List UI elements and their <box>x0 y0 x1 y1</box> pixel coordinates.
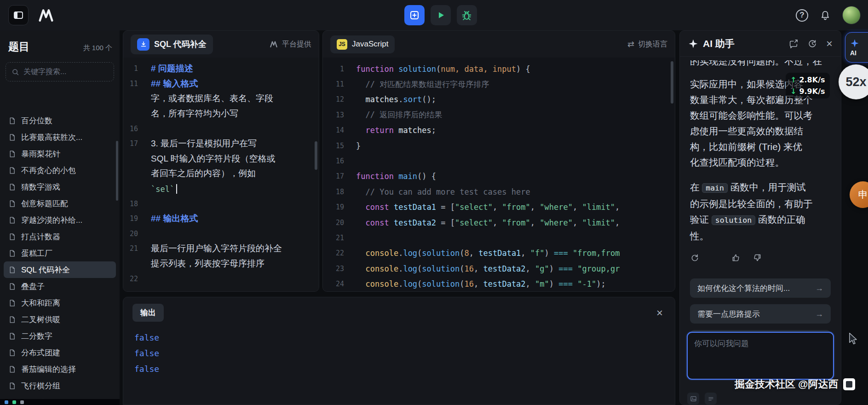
line-number: 20 <box>123 230 145 238</box>
problem-line: 1 # 问题描述 <box>123 61 319 76</box>
thumbs-down-icon[interactable] <box>753 253 762 263</box>
line-number: 14 <box>323 126 356 134</box>
share-chat-icon[interactable] <box>788 39 799 49</box>
code-scrollbar[interactable] <box>671 61 673 104</box>
code-text: console.log(solution(8, testData1, "f") … <box>356 249 620 258</box>
language-tab[interactable]: JS JavaScript <box>330 35 395 53</box>
sidebar-problem-item[interactable]: SQL 代码补全 <box>4 261 116 278</box>
help-button[interactable]: ? <box>796 9 808 22</box>
document-icon <box>8 200 16 208</box>
sidebar-problem-item[interactable]: 番茄编辑的选择 <box>4 361 116 377</box>
ai-message-line: 数组可能会影响性能。可以考 <box>690 108 831 123</box>
attach-image-icon[interactable] <box>687 393 699 405</box>
code-text: matches.sort(); <box>356 95 436 104</box>
document-icon <box>8 399 16 399</box>
document-icon <box>8 233 16 241</box>
add-window-button[interactable] <box>404 5 425 25</box>
sidebar-problem-item[interactable]: 打点计数器 <box>4 228 116 245</box>
document-icon <box>8 332 16 340</box>
taskbar-icon <box>20 400 24 404</box>
code-text: return matches; <box>356 126 436 135</box>
bug-icon <box>461 10 472 21</box>
sidebar-item-label: 蛋糕工厂 <box>21 248 52 259</box>
line-number: 11 <box>123 80 145 88</box>
ai-suggestions: 如何优化这个算法的时间... → 需要一点思路提示 → <box>690 278 831 324</box>
line-text: `sel` <box>145 184 177 194</box>
sidebar-problem-item[interactable]: 穿越沙漠的补给... <box>4 212 116 228</box>
code-text: console.log(solution(16, testData2, "g")… <box>356 264 620 273</box>
sidebar-item-label: 二分数字 <box>21 331 52 341</box>
ai-input-toolbar <box>687 393 717 405</box>
notifications-bell-icon[interactable] <box>819 9 831 21</box>
document-icon <box>8 117 16 125</box>
command-icon[interactable] <box>705 393 717 405</box>
sidebar-problem-item[interactable]: 猜数字游戏 <box>4 179 116 195</box>
activity-float-button[interactable]: 申 <box>850 181 868 208</box>
sidebar-problem-item[interactable]: 二分数字 <box>4 328 116 344</box>
line-text: 3. 最后一行是模拟用户在写 <box>145 138 257 150</box>
code-text: const testData2 = ["select", "from", "wh… <box>356 218 620 227</box>
sidebar-problem-item[interactable]: 二叉树供暖 <box>4 311 116 328</box>
problem-tab[interactable]: SQL 代码补全 <box>131 35 213 54</box>
problem-line: SQL 时输入的字符片段（空格或 <box>123 151 319 167</box>
sidebar-item-label: 大和和距离 <box>21 298 60 308</box>
line-number: 19 <box>123 214 145 223</box>
ai-message-line: 验证 solution 函数的正确 <box>690 212 831 228</box>
run-button[interactable] <box>431 5 451 25</box>
line-number: 21 <box>123 244 145 253</box>
document-icon <box>8 150 16 158</box>
code-line: 23 console.log(solution(16, testData2, "… <box>323 261 675 276</box>
ai-chat-input[interactable]: 你可以问我问题 <box>687 332 834 380</box>
ai-extension-button[interactable]: AI <box>845 32 868 63</box>
output-tab[interactable]: 输出 <box>132 304 164 322</box>
code-line: 21 <box>323 230 675 245</box>
sidebar-problem-item[interactable]: 创意标题匹配 <box>4 195 116 212</box>
ai-message-line: 虑使用一些更高效的数据结 <box>690 123 831 139</box>
line-text: SQL 时输入的字符片段（空格或 <box>145 153 276 165</box>
sidebar-problem-item[interactable]: 大和和距离 <box>4 295 116 311</box>
sidebar-problem-item[interactable]: 飞行棋分组 <box>4 377 116 394</box>
search-input[interactable]: 关键字搜索... <box>6 62 114 81</box>
suggestion-chip[interactable]: 需要一点思路提示 → <box>690 304 831 324</box>
close-icon[interactable]: × <box>826 38 833 49</box>
regenerate-icon[interactable] <box>690 253 700 263</box>
panel-toggle-button[interactable] <box>8 5 29 25</box>
sidebar-item-label: SQL 代码补全 <box>21 265 70 275</box>
sidebar-scrollbar[interactable] <box>116 141 118 201</box>
ai-message-line: 构，比如前缀树 (Trie) 来优 <box>690 139 831 155</box>
problem-title: SQL 代码补全 <box>154 39 207 50</box>
switch-language-button[interactable]: ⇄ 切换语言 <box>627 39 667 49</box>
thumbs-up-icon[interactable] <box>731 253 741 263</box>
download-speed: 9.9K/s <box>799 87 825 96</box>
history-icon[interactable] <box>807 39 817 49</box>
sidebar-problem-item[interactable]: 叠盘子 <box>4 278 116 295</box>
marscode-logo <box>36 8 56 23</box>
sparkle-icon <box>850 39 859 48</box>
sidebar-problem-item[interactable]: 暴雨梨花针 <box>4 145 116 162</box>
line-number: 22 <box>323 249 356 257</box>
ai-sparkle-icon <box>688 39 698 49</box>
close-icon[interactable]: × <box>656 307 663 318</box>
line-text: # 问题描述 <box>145 63 193 75</box>
suggestion-chip[interactable]: 如何优化这个算法的时间... → <box>690 278 831 298</box>
arrow-right-icon: → <box>815 284 823 293</box>
sidebar-problem-item[interactable]: 分布式团建 <box>4 344 116 361</box>
mouse-cursor <box>847 332 859 345</box>
upload-speed: 2.8K/s <box>799 75 825 84</box>
sidebar-problem-item[interactable]: 蛋糕工厂 <box>4 245 116 261</box>
sidebar-problem-item[interactable]: 百分位数 <box>4 112 116 129</box>
line-number: 16 <box>323 157 356 165</box>
document-icon <box>8 382 16 390</box>
sidebar-problem-item[interactable]: 不再贪心的小包 <box>4 162 116 179</box>
debug-button[interactable] <box>457 5 477 25</box>
sidebar-item-label: 百分位数 <box>21 116 52 126</box>
problem-scrollbar[interactable] <box>315 141 317 170</box>
sidebar-problem-item[interactable]: 翻转后最大子数... <box>4 394 116 399</box>
problem-description-editor[interactable]: 1 # 问题描述 11 ## 输入格式 字，或者数据库名、表名、字段 名，所有字… <box>123 58 319 291</box>
code-text: // 返回排序后的结果 <box>356 110 442 120</box>
code-editor[interactable]: 1 function solution(num, data, input) { … <box>323 58 675 291</box>
watermark-text: 掘金技术社区 @阿达西 <box>735 377 839 391</box>
user-avatar[interactable] <box>842 6 861 24</box>
problem-line: 20 <box>123 226 319 242</box>
sidebar-problem-item[interactable]: 比赛最高获胜次... <box>4 129 116 145</box>
